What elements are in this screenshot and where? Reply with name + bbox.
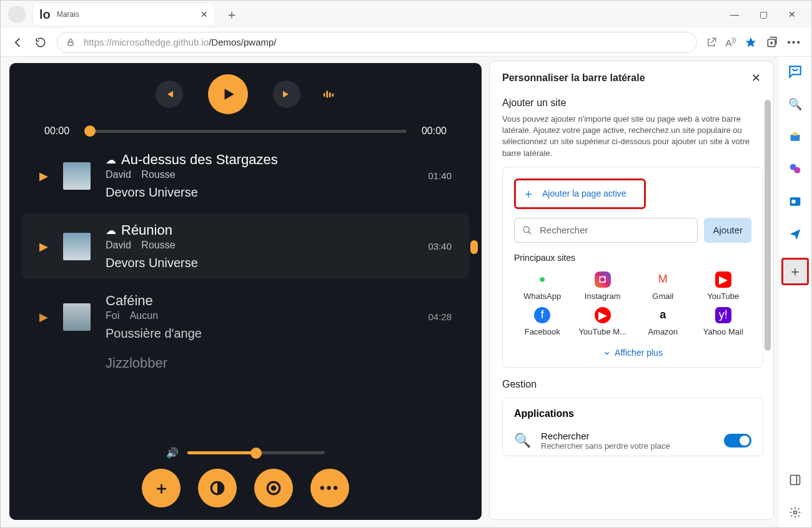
track-item[interactable]: ▶ ☁Réunion David Rousse Devors Universe … xyxy=(22,213,469,279)
top-site-gmail[interactable]: MGmail xyxy=(635,271,691,301)
top-site-facebook[interactable]: fFacebook xyxy=(514,307,571,336)
record-button[interactable] xyxy=(254,469,293,507)
plus-icon: ＋ xyxy=(522,185,535,202)
favorite-star-icon[interactable] xyxy=(745,36,757,49)
sidebar-shopping-icon[interactable] xyxy=(786,128,804,145)
collections-icon[interactable] xyxy=(766,36,778,49)
play-icon[interactable]: ▶ xyxy=(39,310,48,324)
track-title: Caféine xyxy=(106,293,153,309)
theme-button[interactable] xyxy=(198,469,237,507)
sidebar-outlook-icon[interactable] xyxy=(786,193,804,210)
sidebar-add-button[interactable]: ＋ xyxy=(781,258,809,285)
volume-icon[interactable]: 🔊 xyxy=(166,447,179,459)
refresh-button[interactable] xyxy=(29,31,52,54)
track-item[interactable]: ▶ Caféine Foi Aucun Poussière d'ange 04:… xyxy=(22,284,469,350)
svg-rect-3 xyxy=(326,91,328,98)
sidebar-layout-icon[interactable] xyxy=(786,471,804,489)
svg-point-15 xyxy=(791,200,796,204)
management-heading: Gestion xyxy=(502,379,773,390)
top-site-whatsapp[interactable]: ●WhatsApp xyxy=(514,271,571,301)
time-current: 00:00 xyxy=(44,125,69,137)
browser-tab[interactable]: lo Marais ✕ xyxy=(33,3,214,26)
more-menu-icon[interactable]: ••• xyxy=(787,37,801,48)
tab-strip: lo Marais ✕ ＋ — ▢ ✕ xyxy=(1,1,811,28)
sidebar-office-icon[interactable] xyxy=(786,160,804,178)
profile-avatar[interactable] xyxy=(8,6,26,23)
more-actions-button[interactable]: ••• xyxy=(310,469,349,507)
top-site-youtube[interactable]: ▶YouTube xyxy=(695,271,752,301)
app-name: Rechercher xyxy=(541,431,714,441)
track-extra: Rousse xyxy=(141,169,175,180)
track-title: Réunion xyxy=(121,222,172,238)
next-track-button[interactable] xyxy=(273,81,300,108)
read-aloud-icon[interactable]: A)) xyxy=(726,37,736,48)
add-track-button[interactable]: ＋ xyxy=(142,469,181,507)
add-site-description: Vous pouvez ajouter n'importe quel site … xyxy=(502,114,773,159)
tab-favicon: lo xyxy=(39,7,51,22)
bing-chat-icon[interactable] xyxy=(786,63,804,81)
address-bar[interactable]: https://microsoftedge.github.io/Demos/pw… xyxy=(57,32,697,53)
svg-rect-2 xyxy=(324,93,325,97)
site-search-input[interactable]: Rechercher xyxy=(514,218,698,243)
sidebar-send-icon[interactable] xyxy=(786,225,804,243)
album-art xyxy=(63,233,91,260)
visualizer-icon[interactable] xyxy=(322,87,335,101)
add-button[interactable]: Ajouter xyxy=(704,218,751,243)
track-album: Devors Universe xyxy=(106,256,413,270)
cloud-icon: ☁ xyxy=(106,224,116,237)
add-current-page-button[interactable]: ＋ Ajouter la page active xyxy=(514,178,646,209)
track-item[interactable]: ▶ Jizzlobber xyxy=(22,354,469,372)
add-current-label: Ajouter la page active xyxy=(542,188,626,198)
play-icon[interactable]: ▶ xyxy=(39,240,48,253)
track-extra: Aucun xyxy=(130,310,158,321)
top-site-instagram[interactable]: ◘Instagram xyxy=(575,271,631,301)
svg-rect-4 xyxy=(329,92,331,97)
track-artist: David xyxy=(106,240,131,250)
window-close-button[interactable]: ✕ xyxy=(778,9,806,19)
track-title: Jizzlobber xyxy=(106,355,167,371)
search-app-icon: 🔍 xyxy=(514,433,531,449)
pwamp-player: 00:00 00:00 ▶ ☁Au-dessus des Stargazes D… xyxy=(9,63,482,520)
sidebar-settings-icon[interactable] xyxy=(786,504,804,521)
track-item[interactable]: ▶ ☁Au-dessus des Stargazes David Rousse … xyxy=(22,143,469,208)
toolbar: https://microsoftedge.github.io/Demos/pw… xyxy=(1,28,811,57)
list-scrollbar[interactable] xyxy=(470,240,478,254)
window-maximize-button[interactable]: ▢ xyxy=(749,9,778,19)
album-art xyxy=(63,162,91,190)
play-button[interactable] xyxy=(208,74,248,114)
svg-point-9 xyxy=(523,227,529,232)
top-site-youtube-music[interactable]: ▶YouTube M... xyxy=(575,307,631,336)
volume-slider[interactable] xyxy=(187,451,325,454)
lock-icon xyxy=(66,38,75,47)
sidepanel-title: Personnaliser la barre latérale xyxy=(502,72,645,84)
svg-rect-11 xyxy=(793,132,797,135)
svg-point-13 xyxy=(794,167,800,174)
panel-scrollbar[interactable] xyxy=(765,100,771,351)
track-extra: Rousse xyxy=(141,240,175,250)
top-site-yahoo-mail[interactable]: y!Yahoo Mail xyxy=(695,307,752,336)
close-icon[interactable]: ✕ xyxy=(751,71,761,85)
track-duration: 01:40 xyxy=(428,170,452,181)
svg-rect-16 xyxy=(790,476,800,485)
close-tab-icon[interactable]: ✕ xyxy=(201,9,208,19)
show-more-link[interactable]: Afficher plus xyxy=(514,341,751,359)
seek-slider[interactable] xyxy=(84,130,407,133)
tab-title: Marais xyxy=(57,10,201,19)
back-button[interactable] xyxy=(7,31,29,54)
svg-point-17 xyxy=(793,511,796,514)
svg-rect-0 xyxy=(68,42,73,45)
window-minimize-button[interactable]: — xyxy=(720,9,749,19)
app-toggle[interactable] xyxy=(724,434,751,447)
sidebar-customize-panel: Personnaliser la barre latérale ✕ Ajoute… xyxy=(489,61,774,520)
new-tab-button[interactable]: ＋ xyxy=(225,6,238,23)
sidebar-search-icon[interactable]: 🔍 xyxy=(786,95,804,113)
track-album: Poussière d'ange xyxy=(106,326,413,341)
previous-track-button[interactable] xyxy=(156,81,183,108)
app-row-search: 🔍 Rechercher Rechercher sans perdre votr… xyxy=(514,426,751,456)
play-icon[interactable]: ▶ xyxy=(39,169,48,183)
track-duration: 03:40 xyxy=(428,241,452,252)
top-site-amazon[interactable]: aAmazon xyxy=(635,307,691,336)
url-host: https://microsoftedge.github.io xyxy=(84,37,209,47)
open-external-icon[interactable] xyxy=(706,37,717,48)
top-sites-heading: Principaux sites xyxy=(514,253,751,263)
